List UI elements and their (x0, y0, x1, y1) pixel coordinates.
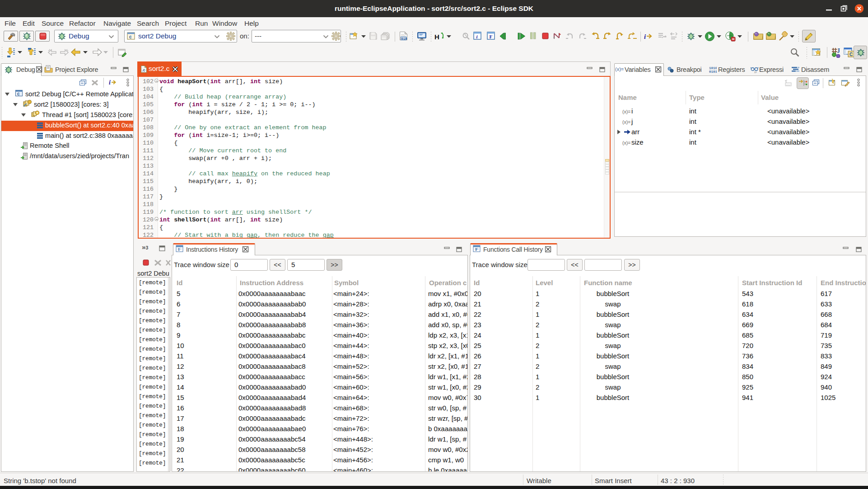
svg-text:F: F (476, 248, 478, 252)
svg-text:C: C (849, 52, 853, 57)
svg-text:i: i (109, 79, 111, 86)
svg-text:I: I (178, 248, 180, 252)
svg-text:c: c (17, 91, 20, 96)
svg-text:.c: .c (142, 68, 145, 72)
svg-text:x²: x² (754, 71, 757, 73)
svg-text:(x)=: (x)= (615, 66, 624, 72)
svg-text:F: F (490, 34, 493, 39)
svg-text:010: 010 (401, 37, 407, 41)
svg-text:(x)=: (x)= (622, 140, 630, 146)
svg-text:0101: 0101 (709, 70, 717, 74)
svg-text:i: i (644, 33, 646, 40)
svg-text:1010: 1010 (709, 66, 717, 70)
svg-text:H: H (434, 33, 439, 41)
svg-text:J: J (837, 47, 840, 54)
svg-text:(x)=: (x)= (622, 119, 630, 125)
svg-text:(x)=: (x)= (622, 109, 630, 114)
svg-text:c: c (129, 34, 132, 39)
